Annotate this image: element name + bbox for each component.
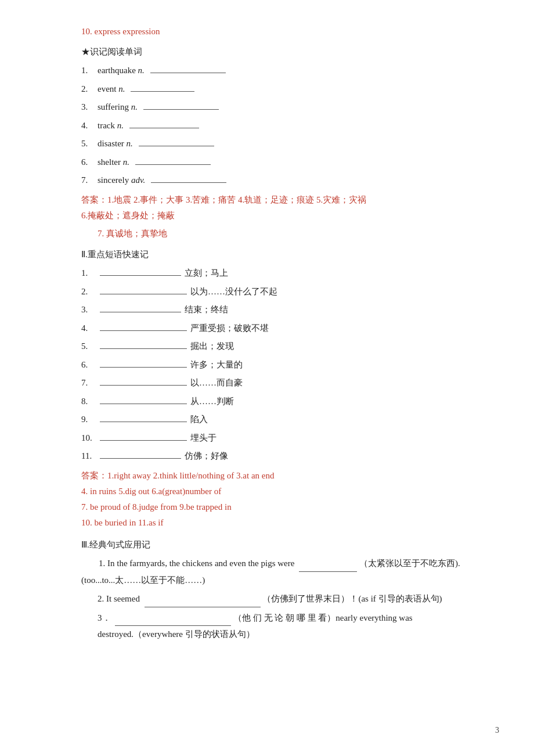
phrase-meaning-2: 以为……没什么了不起: [190, 283, 277, 300]
phrase-item-7: 7. 以……而自豪: [81, 375, 488, 391]
vocab-section-title: ★识记阅读单词: [81, 44, 488, 60]
vocab-answer-label: 答案：: [81, 195, 107, 204]
vocab-word-5: disaster: [98, 135, 127, 152]
phrase-num-6: 6.: [81, 357, 98, 373]
vocab-answers-line2: 6.掩蔽处；遮身处；掩蔽: [81, 211, 175, 220]
phrase-answers-line3: 7. be proud of 8.judge from 9.be trapped…: [81, 502, 232, 512]
vocab-blank-4: [129, 119, 199, 128]
phrase-blank-3: [100, 303, 181, 312]
vocab-answers-line1: 1.地震 2.事件；大事 3.苦难；痛苦 4.轨道；足迹；痕迹 5.灾难；灾祸: [107, 195, 366, 204]
phrase-num-7: 7.: [81, 375, 98, 391]
phrase-blank-9: [100, 413, 187, 422]
vocab-num-1: 1.: [81, 62, 98, 79]
phrase-item-11: 11. 仿佛；好像: [81, 448, 488, 465]
phrase-num-3: 3.: [81, 301, 98, 318]
sentence-2-num: 2. It seemed: [98, 594, 140, 603]
phrase-blank-7: [100, 376, 187, 386]
vocab-num-3: 3.: [81, 99, 98, 116]
sentence-2-blank: [145, 598, 261, 607]
phrase-num-8: 8.: [81, 393, 98, 410]
phrase-meaning-11: 仿佛；好像: [185, 448, 228, 465]
phrase-num-10: 10.: [81, 430, 98, 447]
vocab-item-3: 3. suffering n.: [81, 99, 488, 116]
vocab-item-4: 4. track n.: [81, 117, 488, 134]
phrase-item-10: 10. 埋头于: [81, 430, 488, 447]
phrase-num-1: 1.: [81, 265, 98, 282]
sentence-3: 3． （他 们 无 论 朝 哪 里 看）nearly everything wa…: [98, 610, 488, 643]
phrase-meaning-10: 埋头于: [190, 430, 217, 447]
vocab-blank-2: [131, 82, 194, 92]
vocab-pos-2: n.: [118, 81, 125, 98]
phrase-item-1: 1. 立刻；马上: [81, 265, 488, 282]
phrase-meaning-9: 陷入: [190, 411, 208, 428]
phrase-num-5: 5.: [81, 338, 98, 355]
phrase-meaning-5: 掘出；发现: [190, 338, 234, 355]
vocab-answer-7: 7. 真诚地；真挚地: [98, 229, 167, 238]
phrase-blank-4: [100, 322, 187, 331]
phrase-answers-line2: 4. in ruins 5.dig out 6.a(great)number o…: [81, 487, 221, 496]
phrase-num-4: 4.: [81, 320, 98, 337]
vocab-pos-1: n.: [138, 62, 145, 79]
phrase-meaning-1: 立刻；马上: [185, 265, 228, 282]
phrase-blank-10: [100, 431, 187, 441]
phrase-meaning-8: 从……判断: [190, 393, 234, 410]
vocab-answer-block: 答案：1.地震 2.事件；大事 3.苦难；痛苦 4.轨道；足迹；痕迹 5.灾难；…: [81, 192, 488, 224]
phrase-blank-2: [100, 285, 187, 294]
vocab-pos-6: n.: [123, 154, 129, 171]
phrase-item-8: 8. 从……判断: [81, 393, 488, 410]
vocab-blank-6: [135, 156, 211, 165]
item-10-red: 10. express expression: [81, 23, 488, 40]
vocab-blank-7: [151, 174, 226, 183]
phrase-item-4: 4. 严重受损；破败不堪: [81, 320, 488, 337]
vocab-pos-3: n.: [131, 99, 138, 116]
phrase-blank-11: [100, 449, 181, 459]
vocab-num-4: 4.: [81, 117, 98, 134]
page-number: 3: [495, 723, 499, 739]
phrase-blank-1: [100, 267, 181, 276]
vocab-answer-line3: 7. 真诚地；真挚地: [81, 226, 488, 242]
phrase-item-9: 9. 陷入: [81, 411, 488, 428]
vocab-item-1: 1. earthquake n.: [81, 62, 488, 79]
phrase-answer-block: 答案：1.right away 2.think little/nothing o…: [81, 468, 488, 531]
phrase-answers-line1: 1.right away 2.think little/nothing of 3…: [107, 471, 274, 480]
sentence-2: 2. It seemed （仿佛到了世界末日）！(as if 引导的表语从句): [98, 591, 488, 607]
phrase-blank-6: [100, 358, 187, 368]
phrase-item-2: 2. 以为……没什么了不起: [81, 283, 488, 300]
phrase-item-3: 3. 结束；终结: [81, 301, 488, 318]
vocab-pos-4: n.: [117, 117, 124, 134]
sentence-3-blank: [115, 617, 231, 626]
sentence-1-num: 1. In the farmyards, the chickens and ev…: [99, 559, 294, 568]
vocab-item-7: 7. sincerely adv.: [81, 172, 488, 189]
vocab-word-4: track: [98, 117, 117, 134]
phrase-answer-label: 答案：: [81, 471, 107, 480]
sentence-3-after: destroyed.（everywhere 引导的状语从句）: [98, 629, 255, 639]
sentence-3-num: 3．: [98, 613, 111, 622]
phrase-blank-8: [100, 395, 187, 404]
vocab-num-6: 6.: [81, 154, 98, 171]
vocab-word-1: earthquake: [98, 62, 138, 79]
sentence-1-blank: [299, 563, 357, 572]
phrase-num-11: 11.: [81, 448, 98, 465]
phrase-meaning-4: 严重受损；破败不堪: [190, 320, 269, 337]
phrase-meaning-7: 以……而自豪: [190, 375, 243, 391]
phrase-item-5: 5. 掘出；发现: [81, 338, 488, 355]
sentence-section-title: Ⅲ.经典句式应用记: [81, 537, 488, 553]
vocab-word-7: sincerely: [98, 172, 131, 189]
vocab-item-6: 6. shelter n.: [81, 154, 488, 171]
vocab-blank-3: [143, 100, 219, 110]
vocab-word-2: event: [98, 81, 118, 98]
sentence-1: 1. In the farmyards, the chickens and ev…: [81, 555, 488, 588]
vocab-word-3: suffering: [98, 99, 131, 116]
vocab-num-7: 7.: [81, 172, 98, 189]
phrase-item-6: 6. 许多；大量的: [81, 357, 488, 373]
vocab-pos-7: adv.: [131, 172, 145, 189]
vocab-num-2: 2.: [81, 81, 98, 98]
sentence-2-after: （仿佛到了世界末日）！(as if 引导的表语从句): [262, 594, 442, 603]
vocab-item-2: 2. event n.: [81, 81, 488, 98]
vocab-num-5: 5.: [81, 135, 98, 152]
phrase-section-title: Ⅱ.重点短语快速记: [81, 246, 488, 263]
phrase-num-9: 9.: [81, 411, 98, 428]
vocab-blank-1: [150, 64, 226, 73]
phrase-meaning-3: 结束；终结: [185, 301, 228, 318]
vocab-blank-5: [139, 137, 214, 146]
